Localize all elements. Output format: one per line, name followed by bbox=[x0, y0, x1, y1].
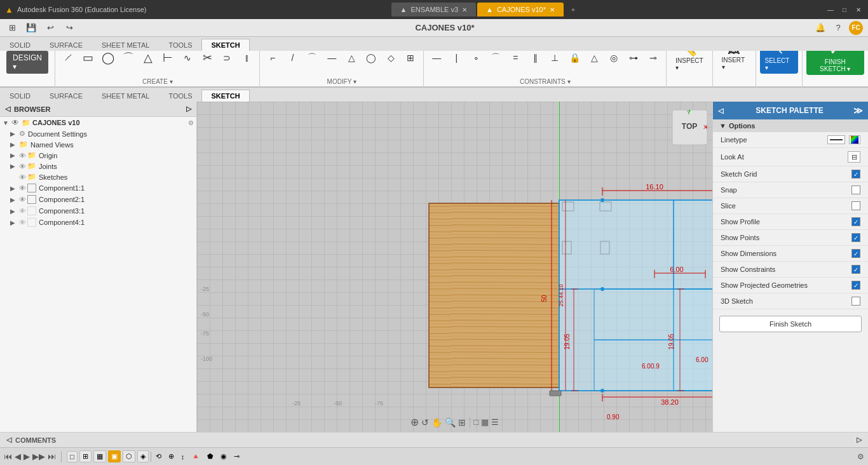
tab-sketch[interactable]: SKETCH bbox=[201, 39, 249, 51]
linetype-preview-box[interactable] bbox=[827, 135, 845, 144]
anim-tool-2[interactable]: ⊞ bbox=[79, 450, 92, 462]
curvature-tool[interactable]: ⊸ bbox=[644, 51, 662, 65]
nav-grid-btn[interactable]: ▦ bbox=[481, 417, 489, 427]
line-tool[interactable]: ⟋ bbox=[59, 49, 77, 66]
snap-checkbox[interactable] bbox=[851, 185, 860, 194]
design-dropdown-btn[interactable]: DESIGN ▾ bbox=[6, 51, 48, 74]
help-btn[interactable]: ? bbox=[831, 21, 845, 35]
rtab-sketch[interactable]: SKETCH bbox=[201, 90, 249, 102]
look-at-btn[interactable]: ⊟ bbox=[848, 151, 860, 163]
palette-expand-btn[interactable]: ≫ bbox=[853, 105, 863, 116]
circle-tool[interactable]: ◯ bbox=[98, 49, 118, 67]
show-profile-checkbox[interactable]: ✓ bbox=[851, 217, 860, 226]
options-header[interactable]: ▼ Options bbox=[713, 119, 868, 132]
tab-cajones[interactable]: ▲ CAJONES v10* ✕ bbox=[477, 3, 564, 17]
canvas-area[interactable]: -100 -75 -50 -25 -75 -50 -25 bbox=[197, 102, 712, 432]
redo-btn[interactable]: ↪ bbox=[62, 21, 76, 35]
rtab-tools[interactable]: TOOLS bbox=[159, 90, 201, 102]
tangent-tool[interactable]: ⌒ bbox=[487, 50, 505, 65]
comments-expand-btn[interactable]: ▷ bbox=[857, 436, 862, 444]
restore-btn[interactable]: □ bbox=[840, 5, 849, 14]
browser-joints[interactable]: ▶ 👁 📁 Joints bbox=[0, 161, 196, 172]
linetype-color-box[interactable] bbox=[849, 135, 860, 144]
browser-collapse-btn[interactable]: ◁ bbox=[5, 105, 10, 113]
rtab-sheet-metal[interactable]: SHEET METAL bbox=[92, 90, 159, 102]
equal-tool[interactable]: = bbox=[506, 51, 524, 65]
tab-tools[interactable]: TOOLS bbox=[159, 39, 201, 51]
anim-next-btn[interactable]: ▶▶ bbox=[32, 452, 45, 461]
rtab-surface[interactable]: SURFACE bbox=[40, 90, 92, 102]
rtab-solid[interactable]: SOLID bbox=[0, 90, 40, 102]
scale-tool[interactable]: △ bbox=[342, 51, 360, 65]
browser-component1[interactable]: ▶ 👁 Component1:1 bbox=[0, 182, 196, 194]
offset-tool[interactable]: ⊃ bbox=[218, 51, 236, 65]
nav-rotate-btn[interactable]: ↺ bbox=[421, 417, 429, 428]
show-projected-checkbox[interactable]: ✓ bbox=[851, 281, 860, 290]
ellipse-tool[interactable]: ⊢ bbox=[159, 49, 177, 67]
close-btn[interactable]: ✕ bbox=[854, 5, 863, 14]
save-btn[interactable]: 💾 bbox=[24, 21, 38, 35]
nav-fitall-btn[interactable]: ⊞ bbox=[458, 417, 466, 428]
3d-sketch-checkbox[interactable] bbox=[851, 297, 860, 306]
anim-start-btn[interactable]: ⏮ bbox=[4, 452, 12, 461]
tab-ensamble[interactable]: ▲ ENSAMBLE v3 ✕ bbox=[391, 3, 476, 17]
anim-play-btn[interactable]: ▶ bbox=[24, 452, 30, 461]
tab-ensamble-close[interactable]: ✕ bbox=[462, 6, 467, 13]
anim-prev-btn[interactable]: ◀ bbox=[15, 452, 21, 461]
anim-tool-7[interactable]: ⊕ bbox=[166, 451, 177, 462]
extend-tool[interactable]: ⌒ bbox=[303, 50, 321, 65]
browser-origin[interactable]: ▶ 👁 📁 Origin bbox=[0, 150, 196, 161]
anim-tool-3[interactable]: ▦ bbox=[93, 450, 106, 462]
browser-component3[interactable]: ▶ 👁 Component3:1 bbox=[0, 205, 196, 217]
nav-display-btn[interactable]: □ bbox=[474, 417, 479, 427]
anim-tool-8[interactable]: ↕ bbox=[179, 452, 187, 462]
anim-tool-active[interactable]: ▣ bbox=[108, 450, 121, 462]
nav-home-btn[interactable]: ⊕ bbox=[410, 416, 419, 428]
new-tab-btn[interactable]: + bbox=[565, 3, 581, 17]
rect-tool[interactable]: ▭ bbox=[79, 49, 97, 67]
comments-collapse-btn[interactable]: ◁ bbox=[6, 436, 11, 444]
sketch-dim-tool[interactable]: ◇ bbox=[382, 51, 400, 65]
anim-tool-4[interactable]: ⬡ bbox=[123, 450, 135, 462]
tab-sheet-metal[interactable]: SHEET METAL bbox=[92, 39, 159, 51]
browser-doc-settings[interactable]: ▶ ⚙ Document Settings bbox=[0, 128, 196, 139]
change-params-tool[interactable]: ◯ bbox=[362, 51, 380, 65]
sketch-grid-checkbox[interactable]: ✓ bbox=[851, 170, 860, 179]
user-avatar[interactable]: FC bbox=[849, 21, 863, 35]
spline-tool[interactable]: ∿ bbox=[179, 51, 196, 65]
tab-solid[interactable]: SOLID bbox=[0, 39, 40, 51]
new-file-btn[interactable]: ⊞ bbox=[5, 21, 19, 35]
anim-tool-10[interactable]: ⬟ bbox=[205, 451, 216, 462]
coincident-tool[interactable]: ∘ bbox=[467, 51, 485, 65]
finish-sketch-palette-btn[interactable]: Finish Sketch bbox=[719, 316, 862, 332]
mirror-tool[interactable]: ⫿ bbox=[238, 51, 255, 65]
lock-tool[interactable]: 🔒 bbox=[566, 51, 583, 65]
break-tool[interactable]: — bbox=[323, 51, 341, 65]
sketch-canvas[interactable]: 16.10 50 6.00 38.20 25.44.10 19.05 bbox=[197, 102, 712, 432]
sketch-grid-tool[interactable]: ⊞ bbox=[402, 51, 419, 65]
midpoint-tool[interactable]: △ bbox=[585, 51, 603, 65]
anim-tool-6[interactable]: ⟲ bbox=[153, 451, 164, 462]
minimize-btn[interactable]: — bbox=[826, 5, 835, 14]
anim-tool-5[interactable]: ◈ bbox=[137, 450, 149, 462]
nav-zoom-btn[interactable]: 🔍 bbox=[445, 417, 456, 428]
show-dimensions-checkbox[interactable]: ✓ bbox=[851, 249, 860, 258]
nav-menu-btn[interactable]: ☰ bbox=[491, 417, 499, 427]
symmetric-tool[interactable]: ⊶ bbox=[625, 51, 642, 65]
horizontal-tool[interactable]: — bbox=[428, 51, 445, 65]
anim-tool-9[interactable]: 🔺 bbox=[189, 451, 203, 462]
browser-expand-btn[interactable]: ▷ bbox=[186, 105, 191, 113]
anim-tool-1[interactable]: □ bbox=[67, 451, 78, 462]
anim-tool-12[interactable]: ⊸ bbox=[231, 451, 242, 462]
undo-btn[interactable]: ↩ bbox=[43, 21, 57, 35]
trim-tool[interactable]: ✂ bbox=[198, 49, 216, 67]
tab-cajones-close[interactable]: ✕ bbox=[550, 6, 555, 13]
browser-named-views[interactable]: ▶ 📁 Named Views bbox=[0, 139, 196, 150]
concentric-tool[interactable]: ◎ bbox=[605, 51, 623, 65]
parallel-tool[interactable]: ∥ bbox=[526, 51, 544, 65]
anim-tool-11[interactable]: ◉ bbox=[218, 451, 229, 462]
anim-end-btn[interactable]: ⏭ bbox=[48, 452, 56, 461]
root-gear-icon[interactable]: ⚙ bbox=[188, 119, 194, 126]
fillet-tool[interactable]: ⌐ bbox=[264, 51, 281, 65]
notification-btn[interactable]: 🔔 bbox=[813, 21, 827, 35]
